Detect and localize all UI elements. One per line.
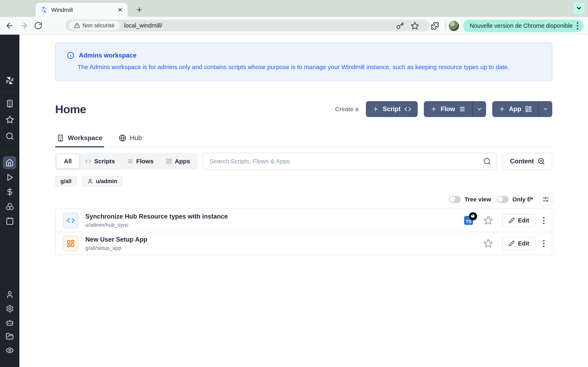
reload-button[interactable] (31, 21, 45, 30)
app-kind-icon (63, 236, 78, 251)
create-a-label: Create a (335, 106, 359, 113)
site-security-chip[interactable]: Non sécurisé (69, 21, 120, 30)
sidebar-item-favorites[interactable] (0, 115, 19, 124)
back-button[interactable] (2, 21, 17, 30)
security-label: Non sécurisé (82, 22, 115, 29)
create-flow-button[interactable]: Flow (424, 101, 486, 117)
windmill-favicon-icon (41, 6, 48, 14)
chevron-down-icon (476, 106, 483, 112)
tab-hub[interactable]: Hub (117, 131, 144, 147)
code-icon (404, 106, 411, 113)
warning-triangle-icon (74, 22, 80, 29)
item-menu-kebab-icon[interactable] (543, 217, 545, 224)
sidebar-item-users[interactable] (0, 291, 19, 299)
owner-chip-user[interactable]: u/admin (82, 176, 122, 187)
filter-apps[interactable]: Apps (160, 154, 196, 168)
chrome-update-label: Nouvelle version de Chrome disponible (470, 22, 573, 29)
sidebar-item-folders[interactable] (0, 332, 19, 341)
plus-icon (430, 106, 437, 112)
filter-all[interactable]: All (57, 154, 79, 168)
item-menu-kebab-icon[interactable] (543, 240, 545, 247)
sidebar-item-runs[interactable] (0, 173, 19, 182)
tree-view-toggle-track[interactable] (449, 196, 461, 203)
owner-chip-group-label: g/all (61, 178, 71, 184)
tab-search-chevron-button[interactable] (573, 2, 585, 14)
item-path: g/all/setup_app (85, 245, 147, 251)
banner-title: Admins workspace (79, 52, 137, 59)
script-button-label: Script (383, 105, 401, 113)
content-search-button[interactable]: Content (503, 153, 552, 170)
sidebar-item-schedules[interactable] (0, 217, 19, 225)
plus-icon (372, 106, 379, 112)
sidebar-item-resources[interactable] (0, 202, 19, 211)
main-content: Admins workspace The Admins workspace is… (19, 35, 588, 367)
flow-lines-icon (127, 158, 133, 164)
typescript-badge-label: TS (466, 219, 471, 224)
chrome-update-button[interactable]: Nouvelle version de Chrome disponible (463, 20, 584, 32)
toolbar-divider (445, 22, 446, 30)
password-key-icon[interactable] (396, 22, 404, 30)
sidebar-item-settings[interactable] (0, 305, 19, 313)
extensions-puzzle-icon[interactable] (431, 22, 439, 30)
item-title[interactable]: Synchronize Hub Resource types with inst… (85, 213, 228, 220)
tree-view-toggle[interactable]: Tree view (449, 196, 491, 203)
tab-workspace[interactable]: Workspace (55, 131, 104, 147)
sidebar-item-workers[interactable] (0, 318, 19, 327)
script-kind-icon (63, 213, 78, 228)
chrome-menu-kebab-icon[interactable] (577, 22, 578, 29)
search-icon (483, 157, 491, 166)
edit-button-label: Edit (518, 240, 529, 247)
filter-scripts[interactable]: Scripts (79, 154, 121, 168)
layout-dashboard-icon (525, 106, 532, 113)
sidebar-item-audit-logs[interactable] (0, 346, 19, 354)
forward-button[interactable] (17, 21, 31, 30)
layout-dashboard-icon (166, 158, 172, 164)
admins-workspace-banner: Admins workspace The Admins workspace is… (55, 42, 552, 81)
flow-button-label: Flow (441, 105, 455, 113)
filter-scripts-label: Scripts (94, 158, 115, 165)
sidebar-item-home[interactable] (3, 156, 16, 169)
banner-body: The Admins workspace is for admins only … (78, 64, 540, 71)
browser-tab[interactable]: Windmill ✕ (36, 3, 128, 17)
sidebar (0, 35, 19, 367)
filter-flows[interactable]: Flows (121, 154, 160, 168)
owner-chip-group[interactable]: g/all (55, 176, 77, 187)
filter-apps-label: Apps (175, 158, 190, 165)
edit-button[interactable]: Edit (502, 214, 535, 227)
sidebar-divider (2, 92, 18, 92)
page-title: Home (55, 103, 86, 116)
display-settings-button[interactable] (539, 193, 552, 205)
bookmark-star-icon[interactable] (411, 22, 419, 30)
sidebar-item-workspace[interactable] (0, 100, 19, 108)
create-app-button[interactable]: App (492, 101, 552, 117)
owner-chip-user-label: u/admin (96, 178, 117, 184)
globe-icon (119, 134, 126, 142)
plus-icon (499, 106, 505, 112)
favorite-star-icon[interactable] (483, 239, 494, 248)
search-box (203, 153, 497, 170)
only-f-toggle[interactable]: Only f/* (497, 196, 533, 203)
tab-workspace-label: Workspace (68, 134, 103, 142)
only-f-label: Only f/* (512, 196, 533, 203)
list-item-script[interactable]: Synchronize Hub Resource types with inst… (56, 209, 552, 232)
create-script-button[interactable]: Script (366, 101, 418, 117)
sidebar-item-variables[interactable] (0, 188, 19, 196)
search-input[interactable] (203, 153, 497, 170)
item-title[interactable]: New User Setup App (85, 236, 147, 243)
tab-close-icon[interactable]: ✕ (118, 7, 123, 13)
create-flow-dropdown[interactable] (472, 101, 486, 117)
favorite-star-icon[interactable] (483, 216, 494, 225)
address-bar[interactable]: Non sécurisé local_windmill/ (65, 20, 430, 31)
list-item-app[interactable]: New User Setup App g/all/setup_app Edit (56, 232, 552, 255)
sidebar-item-search[interactable] (0, 132, 19, 141)
typescript-badge: TS (464, 216, 473, 225)
filter-all-label: All (64, 158, 72, 165)
profile-avatar[interactable] (449, 21, 459, 31)
new-tab-button[interactable] (133, 4, 145, 16)
windmill-logo-icon[interactable] (0, 76, 19, 85)
workspace-hub-tabs: Workspace Hub (55, 131, 552, 147)
edit-button[interactable]: Edit (502, 237, 535, 250)
create-app-dropdown[interactable] (538, 101, 552, 117)
only-f-toggle-track[interactable] (497, 196, 509, 203)
item-path: u/admin/hub_sync (85, 222, 228, 228)
